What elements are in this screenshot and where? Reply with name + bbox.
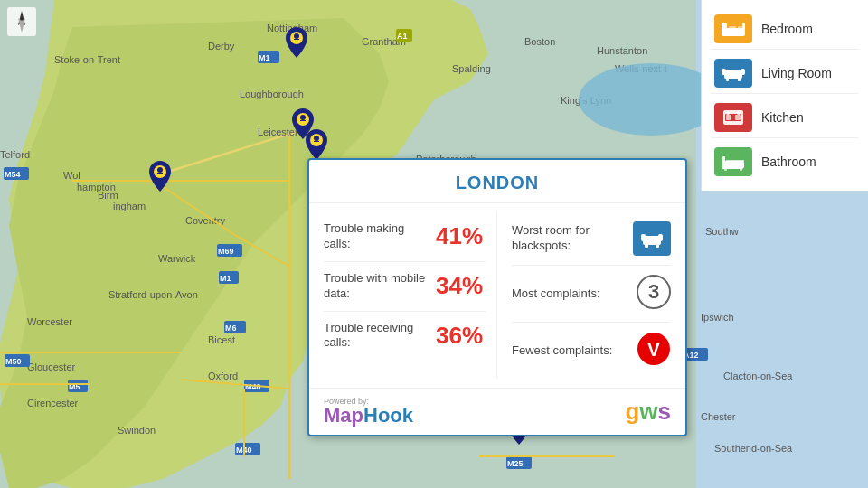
stat-fewest-complaints: Fewest complaints: V — [512, 323, 671, 379]
svg-text:Chester: Chester — [701, 411, 736, 422]
maphook-map-text: Map — [324, 404, 363, 427]
svg-text:ingham: ingham — [113, 201, 146, 211]
svg-rect-99 — [726, 78, 729, 81]
svg-text:Southend-on-Sea: Southend-on-Sea — [714, 443, 793, 454]
svg-text:Spalding: Spalding — [452, 63, 491, 74]
svg-text:Hunstanton: Hunstanton — [597, 45, 647, 56]
svg-rect-92 — [722, 23, 724, 35]
gws-logo: gws — [625, 398, 671, 426]
gws-s: s — [658, 398, 671, 425]
svg-text:Cirencester: Cirencester — [27, 398, 79, 408]
svg-point-69 — [294, 33, 299, 39]
svg-text:Boston: Boston — [524, 36, 555, 47]
svg-rect-84 — [645, 244, 648, 248]
svg-text:Gloucester: Gloucester — [27, 361, 76, 372]
svg-text:Wol: Wol — [63, 170, 80, 181]
stat-data-label: Trouble with mobile data: — [324, 271, 430, 302]
legend-bathroom: Bathroom — [711, 142, 859, 182]
stat-worst-room: Worst room for blackspots: — [512, 212, 671, 266]
map-container: Stoke-on-Trent Derby Nottingham Grantham… — [0, 0, 868, 488]
stat-receive-value: 36% — [436, 322, 486, 350]
city-title: LONDON — [318, 173, 676, 193]
legend-kitchen: Kitchen — [711, 98, 859, 138]
legend-bedroom: Bedroom — [711, 9, 859, 50]
stat-calls-label: Trouble making calls: — [324, 221, 430, 252]
gws-w: w — [639, 398, 657, 425]
bedroom-icon — [714, 14, 752, 43]
svg-text:Stratford-upon-Avon: Stratford-upon-Avon — [108, 289, 198, 300]
maphook-hook-text: Hook — [363, 404, 413, 427]
legend-living-room: Living Room — [711, 53, 859, 94]
kitchen-icon — [714, 103, 752, 132]
svg-rect-96 — [724, 70, 742, 79]
svg-rect-94 — [729, 26, 736, 31]
stat-receive-label: Trouble receiving calls: — [324, 321, 430, 352]
stat-receive: Trouble receiving calls: 36% — [324, 312, 486, 361]
svg-text:Loughborough: Loughborough — [240, 89, 304, 99]
bedroom-label: Bedroom — [761, 22, 813, 36]
legend-panel: Bedroom Living Room — [701, 0, 868, 191]
most-complaints-icon: 3 — [637, 275, 671, 313]
svg-rect-83 — [658, 234, 663, 241]
svg-text:M1: M1 — [259, 53, 270, 62]
svg-text:A1: A1 — [397, 32, 408, 41]
svg-text:M1: M1 — [220, 274, 231, 283]
pin-birmingham[interactable] — [149, 161, 171, 195]
info-panel-body: Trouble making calls: 41% Trouble with m… — [309, 203, 685, 388]
svg-rect-82 — [641, 234, 646, 241]
svg-text:Worcester: Worcester — [27, 316, 72, 327]
svg-text:Birm: Birm — [98, 190, 118, 201]
pin-nottingham[interactable] — [286, 27, 307, 61]
svg-text:Southw: Southw — [705, 226, 739, 237]
maphook-brand: MapHook — [324, 406, 413, 426]
compass — [7, 7, 34, 34]
svg-text:Oxford: Oxford — [208, 371, 238, 381]
stat-most-label: Most complaints: — [512, 286, 637, 302]
svg-rect-100 — [738, 78, 741, 81]
svg-rect-111 — [724, 168, 727, 171]
svg-text:M54: M54 — [5, 170, 21, 179]
svg-text:Bicest: Bicest — [208, 334, 235, 345]
svg-rect-97 — [722, 69, 726, 75]
stat-calls-value: 41% — [436, 222, 486, 250]
svg-rect-95 — [738, 26, 745, 31]
svg-rect-85 — [656, 244, 659, 248]
stat-data: Trouble with mobile data: 34% — [324, 262, 486, 312]
stat-fewest-label: Fewest complaints: — [512, 343, 637, 359]
kitchen-label: Kitchen — [761, 110, 804, 125]
svg-text:Telford: Telford — [0, 149, 30, 160]
svg-rect-105 — [726, 115, 731, 120]
svg-rect-106 — [735, 115, 741, 120]
svg-text:Swindon: Swindon — [118, 425, 156, 436]
svg-text:M6: M6 — [225, 324, 237, 333]
svg-rect-109 — [722, 156, 725, 164]
living-room-icon — [714, 59, 752, 88]
worst-room-icon — [633, 221, 671, 256]
svg-text:M25: M25 — [507, 459, 524, 468]
svg-point-71 — [300, 115, 306, 120]
svg-text:M50: M50 — [5, 357, 22, 366]
svg-text:V: V — [647, 340, 660, 360]
bathroom-icon — [714, 147, 752, 176]
info-panel-footer: Powered by: MapHook gws — [309, 388, 685, 435]
svg-rect-98 — [741, 69, 745, 75]
svg-point-104 — [737, 111, 741, 115]
maphook-logo: Powered by: MapHook — [324, 398, 413, 426]
svg-text:M69: M69 — [218, 247, 234, 256]
stat-worst-room-label: Worst room for blackspots: — [512, 223, 633, 254]
svg-point-73 — [314, 136, 319, 141]
svg-rect-112 — [740, 168, 742, 171]
info-panel: LONDON Trouble making calls: 41% Trouble… — [307, 158, 687, 436]
svg-point-103 — [726, 111, 730, 115]
stat-most-complaints: Most complaints: 3 — [512, 266, 671, 323]
stat-calls: Trouble making calls: 41% — [324, 212, 486, 262]
svg-text:Ipswich: Ipswich — [701, 312, 734, 323]
svg-text:Warwick: Warwick — [158, 253, 196, 264]
svg-text:Clacton-on-Sea: Clacton-on-Sea — [723, 371, 793, 381]
bathroom-label: Bathroom — [761, 155, 816, 169]
svg-text:Stoke-on-Trent: Stoke-on-Trent — [54, 54, 120, 65]
right-stats-col: Worst room for blackspots: Most comp — [497, 212, 671, 379]
svg-text:3: 3 — [648, 280, 659, 303]
svg-point-75 — [157, 167, 163, 173]
living-room-label: Living Room — [761, 66, 832, 80]
